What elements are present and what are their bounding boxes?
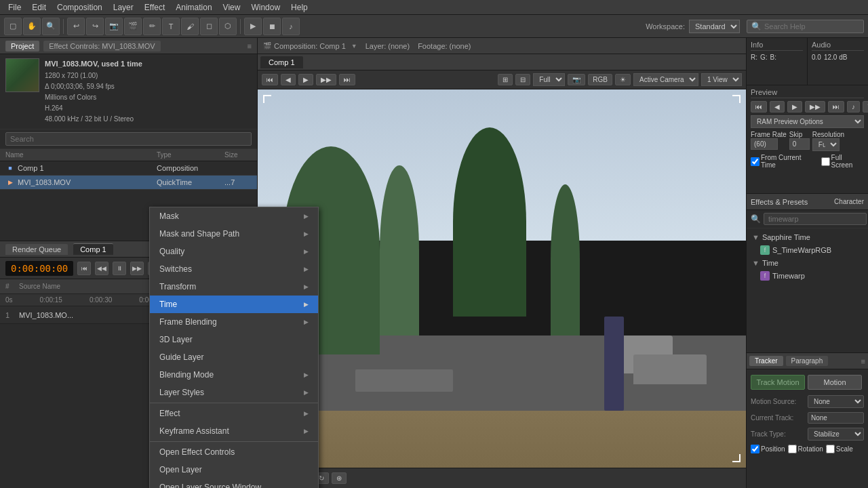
- tool-brush[interactable]: 🖌: [181, 18, 199, 35]
- menu-file[interactable]: File: [3, 1, 26, 14]
- paragraph-tab[interactable]: Paragraph: [786, 356, 829, 366]
- ctx-3d-layer[interactable]: 3D Layer: [150, 331, 318, 348]
- ctx-frame-blending[interactable]: Frame Blending ▶: [150, 313, 318, 331]
- tool-audio[interactable]: ♪: [282, 18, 300, 35]
- scale-check[interactable]: Scale: [826, 445, 853, 453]
- stabilize-motion-btn[interactable]: Motion: [808, 375, 862, 390]
- resolution-select[interactable]: Full: [812, 138, 840, 151]
- tool-shape[interactable]: ◻: [200, 18, 218, 35]
- tool-undo[interactable]: ↩: [67, 18, 85, 35]
- ctx-quality[interactable]: Quality ▶: [150, 243, 318, 260]
- ctx-open-layer-source-window[interactable]: Open Layer Source Window: [150, 479, 318, 488]
- ctx-keyframe-assistant[interactable]: Keyframe Assistant ▶: [150, 422, 318, 440]
- rotation-check[interactable]: Rotation: [788, 445, 823, 453]
- table-row[interactable]: ■ Comp 1 Composition: [0, 161, 257, 176]
- ctx-time[interactable]: Time ▶: [150, 296, 318, 313]
- zoom-select[interactable]: Full: [533, 73, 565, 86]
- effects-search-input[interactable]: [764, 213, 867, 225]
- from-current-label[interactable]: From Current Time: [751, 154, 816, 169]
- snapshot-btn[interactable]: 📷: [568, 74, 585, 85]
- flow-btn[interactable]: ⊛: [332, 472, 347, 484]
- menu-window[interactable]: Window: [245, 1, 285, 14]
- menu-animation[interactable]: Animation: [170, 1, 217, 14]
- preview-first-btn[interactable]: ⏮: [751, 101, 767, 113]
- full-screen-checkbox[interactable]: [821, 157, 830, 166]
- motion-source-select[interactable]: None: [808, 395, 864, 408]
- time-group[interactable]: ▼ Time: [747, 257, 868, 269]
- scale-checkbox[interactable]: [826, 445, 835, 453]
- ctx-mask-shape-path[interactable]: Mask and Shape Path ▶: [150, 225, 318, 243]
- table-row[interactable]: ▶ MVI_1083.MOV QuickTime ...7: [0, 176, 257, 190]
- comp1-tab[interactable]: Comp 1: [73, 243, 113, 255]
- camera-select[interactable]: Active Camera: [633, 73, 698, 86]
- panel-menu-icon[interactable]: ≡: [248, 42, 252, 50]
- preview-last-btn[interactable]: ⏭: [828, 101, 844, 113]
- track-type-select[interactable]: Stabilize: [808, 428, 864, 441]
- tracker-menu-icon[interactable]: ≡: [861, 357, 865, 365]
- preview-audio-btn[interactable]: ♪: [847, 101, 860, 113]
- ctx-blending-mode[interactable]: Blending Mode ▶: [150, 366, 318, 384]
- full-screen-label[interactable]: Full Screen: [821, 154, 864, 169]
- tool-stop[interactable]: ⏹: [263, 18, 281, 35]
- ctx-transform[interactable]: Transform ▶: [150, 278, 318, 296]
- character-tab-btn[interactable]: Character: [834, 198, 864, 205]
- tl-prev-btn[interactable]: ◀◀: [95, 262, 108, 275]
- preview-next-btn[interactable]: ▶▶: [805, 101, 825, 113]
- position-checkbox[interactable]: [751, 445, 760, 453]
- menu-view[interactable]: View: [218, 1, 246, 14]
- ram-preview-select[interactable]: RAM Preview Options: [751, 115, 864, 128]
- viewer-stop-btn[interactable]: ▶: [298, 74, 313, 85]
- ctx-guide-layer[interactable]: Guide Layer: [150, 348, 318, 366]
- view-select[interactable]: 1 View: [701, 73, 742, 86]
- ctx-effect[interactable]: Effect ▶: [150, 405, 318, 422]
- ctx-mask[interactable]: Mask ▶: [150, 207, 318, 225]
- preview-play-btn[interactable]: ▶: [787, 101, 802, 113]
- project-tab[interactable]: Project: [5, 41, 39, 52]
- render-queue-tab[interactable]: Render Queue: [5, 244, 68, 255]
- comp1-viewer-tab[interactable]: Comp 1: [260, 56, 303, 68]
- tracker-tab[interactable]: Tracker: [749, 356, 783, 366]
- ctx-open-effect-controls[interactable]: Open Effect Controls: [150, 443, 318, 461]
- comp-dropdown-icon[interactable]: ▼: [351, 43, 357, 49]
- viewer-play-btn[interactable]: ⏮: [262, 74, 278, 85]
- ctx-open-layer[interactable]: Open Layer: [150, 461, 318, 479]
- tool-hand[interactable]: ✋: [23, 18, 41, 35]
- tool-mask[interactable]: ⬡: [219, 18, 237, 35]
- tool-redo[interactable]: ↪: [86, 18, 104, 35]
- workspace-select[interactable]: Standard: [689, 20, 740, 33]
- menu-edit[interactable]: Edit: [26, 1, 52, 14]
- tl-next-btn[interactable]: ▶▶: [130, 262, 144, 275]
- preview-loop-btn[interactable]: ↻: [863, 101, 868, 113]
- s-timewarprgb-item[interactable]: f S_TimeWarpRGB: [747, 243, 868, 257]
- project-search-input[interactable]: [5, 132, 252, 146]
- viewer-next-btn[interactable]: ▶▶: [316, 74, 336, 85]
- safe-zones-btn[interactable]: ⊞: [498, 74, 513, 85]
- search-input[interactable]: [764, 22, 859, 30]
- tool-pen[interactable]: ✏: [143, 18, 161, 35]
- frame-rate-input[interactable]: [751, 138, 778, 150]
- from-current-checkbox[interactable]: [751, 157, 760, 166]
- position-check[interactable]: Position: [751, 445, 785, 453]
- viewer-prev-btn[interactable]: ◀: [281, 74, 296, 85]
- menu-layer[interactable]: Layer: [108, 1, 139, 14]
- menu-effect[interactable]: Effect: [139, 1, 170, 14]
- show-channel-btn[interactable]: RGB: [588, 74, 612, 85]
- ctx-switches[interactable]: Switches ▶: [150, 260, 318, 278]
- tl-play-btn[interactable]: ⏮: [77, 262, 91, 275]
- menu-composition[interactable]: Composition: [52, 1, 108, 14]
- sapphire-time-group[interactable]: ▼ Sapphire Time: [747, 231, 868, 243]
- menu-help[interactable]: Help: [285, 1, 313, 14]
- track-motion-btn[interactable]: Track Motion: [751, 375, 805, 390]
- tool-render[interactable]: 🎬: [124, 18, 142, 35]
- ctx-layer-styles[interactable]: Layer Styles ▶: [150, 384, 318, 401]
- preview-prev-btn[interactable]: ◀: [770, 101, 785, 113]
- tool-select[interactable]: ▢: [4, 18, 22, 35]
- tl-stop-btn[interactable]: ⏸: [113, 262, 126, 275]
- timewarp-item[interactable]: f Timewarp: [747, 269, 868, 283]
- tool-zoom[interactable]: 🔍: [42, 18, 60, 35]
- effect-controls-tab[interactable]: Effect Controls: MVI_1083.MOV: [43, 41, 160, 52]
- tool-text[interactable]: T: [162, 18, 180, 35]
- exposure-btn[interactable]: ☀: [615, 74, 631, 85]
- viewer-end-btn[interactable]: ⏭: [339, 74, 355, 85]
- grid-btn[interactable]: ⊟: [515, 74, 530, 85]
